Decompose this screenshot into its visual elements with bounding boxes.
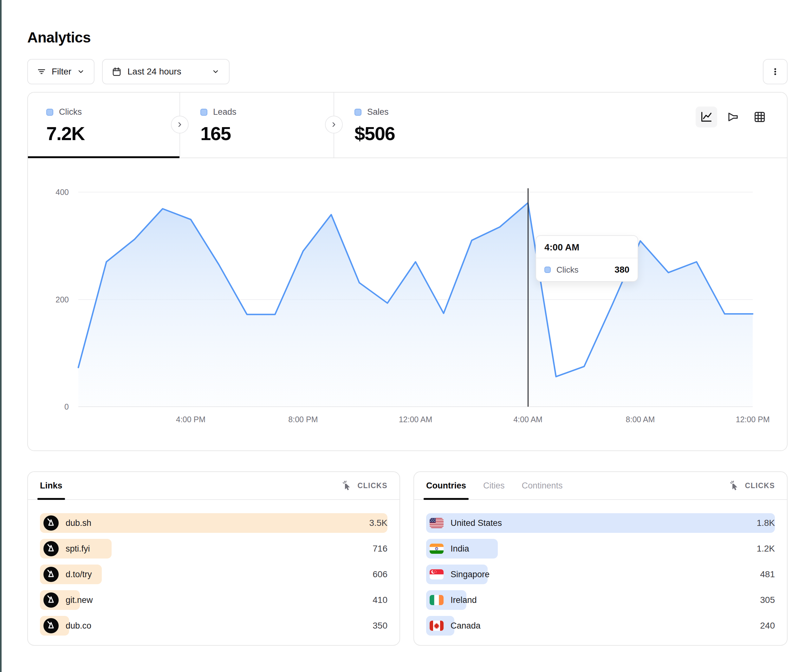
cursor-click-icon [342,480,353,491]
expand-leads-button[interactable] [171,116,189,133]
more-options-button[interactable] [763,59,788,84]
item-label: d.to/try [66,570,92,580]
tab-label: Continents [522,481,563,491]
item-label: dub.sh [66,518,91,528]
kebab-menu-icon [770,66,781,77]
chart-view-toggles [696,106,771,128]
metric-label: CLICKS [357,481,387,490]
date-range-label: Last 24 hours [128,67,181,77]
list-item[interactable]: dub.co 350 [40,616,387,636]
x-axis-tick-label: 8:00 AM [626,415,655,424]
x-axis-tick-label: 12:00 AM [399,415,432,424]
stat-tab-leads[interactable]: Leads 165 [200,92,314,157]
table-view-toggle[interactable] [749,106,771,128]
filter-button[interactable]: Filter [27,59,94,84]
chart-crosshair [527,188,529,407]
stat-label: Leads [213,107,237,117]
calendar-icon [112,67,122,77]
tooltip-legend-chip [544,266,551,273]
item-label: dub.co [66,621,91,631]
sales-legend-chip [355,109,362,116]
list-item[interactable]: Ireland 305 [426,590,775,610]
item-value: 350 [372,621,387,631]
tooltip-value: 380 [614,265,629,275]
metric-label: CLICKS [745,481,775,490]
date-range-button[interactable]: Last 24 hours [102,59,230,84]
item-value: 1.2K [757,544,775,554]
stat-tab-clicks[interactable]: Clicks 7.2K [46,92,179,157]
india-flag [430,544,444,554]
item-label: spti.fyi [66,544,90,554]
tab-links[interactable]: Links [40,472,63,499]
filter-button-label: Filter [52,67,71,77]
item-label: United States [450,518,502,528]
list-item[interactable]: spti.fyi 716 [40,539,387,559]
item-label: Canada [450,621,481,631]
tooltip-series-label: Clicks [556,265,578,275]
clicks-area-chart[interactable]: 4:00 AM Clicks 380 02004004:00 PM8:00 PM… [78,192,753,407]
item-value: 410 [372,595,387,605]
chevron-down-icon [77,67,85,76]
stat-tab-sales[interactable]: Sales $506 [355,92,469,157]
x-axis-tick-label: 8:00 PM [288,415,318,424]
item-value: 305 [760,595,775,605]
x-axis-tick-label: 4:00 PM [176,415,205,424]
ireland-flag [430,595,444,605]
tab-countries[interactable]: Countries [426,472,466,499]
chevron-right-icon [330,121,338,129]
stat-value: $506 [355,123,469,145]
us-flag [430,518,444,528]
list-item[interactable]: d.to/try 606 [40,565,387,584]
x-axis-tick-label: 4:00 AM [513,415,542,424]
funnel-chart-toggle[interactable] [722,106,744,128]
chevron-right-icon [176,121,184,129]
left-edge-accent [0,0,2,672]
clicks-legend-chip [46,109,53,116]
item-label: Singapore [450,570,490,580]
tooltip-time: 4:00 AM [536,236,638,258]
area-chart-svg [78,192,753,407]
list-item[interactable]: git.new 410 [40,590,387,610]
y-axis-tick-label: 0 [64,402,69,411]
item-value: 481 [760,569,775,580]
item-value: 606 [372,569,387,580]
line-chart-toggle[interactable] [696,106,717,128]
tab-continents[interactable]: Continents [522,472,563,499]
tab-label: Countries [426,481,466,491]
canada-flag [430,621,444,631]
list-item[interactable]: Singapore 481 [426,565,775,584]
stat-label: Sales [367,107,389,117]
list-item[interactable]: dub.sh 3.5K [40,513,387,533]
singapore-flag [430,569,444,580]
line-chart-icon [700,110,713,124]
countries-list: United States 1.8K India 1.2K Singapore … [426,513,775,636]
analytics-chart-card: Clicks 7.2K Leads 165 Sales $506 [27,92,788,451]
stat-label: Clicks [59,107,82,117]
item-value: 1.8K [757,518,775,528]
area-fill [78,203,753,407]
chevron-down-icon [211,67,220,76]
funnel-chart-icon [727,110,740,124]
dub-logo [43,618,59,633]
tab-label: Links [40,481,63,491]
list-item[interactable]: India 1.2K [426,539,775,559]
expand-sales-button[interactable] [325,116,343,133]
table-grid-icon [753,110,766,124]
cursor-click-icon [730,480,740,491]
dub-logo [43,592,59,608]
list-item[interactable]: Canada 240 [426,616,775,636]
stat-value: 165 [200,123,314,145]
dub-logo [43,567,59,582]
item-label: Ireland [450,595,477,605]
x-axis-tick-label: 12:00 PM [735,415,769,424]
tab-cities[interactable]: Cities [483,472,505,499]
stats-tab-row: Clicks 7.2K Leads 165 Sales $506 [28,92,787,158]
dub-logo [43,541,59,556]
stat-value: 7.2K [46,123,179,145]
list-item[interactable]: United States 1.8K [426,513,775,533]
countries-metric-selector[interactable]: CLICKS [730,480,775,491]
dub-logo [43,515,59,530]
links-metric-selector[interactable]: CLICKS [342,480,387,491]
item-label: git.new [66,595,93,605]
item-value: 716 [372,544,387,554]
